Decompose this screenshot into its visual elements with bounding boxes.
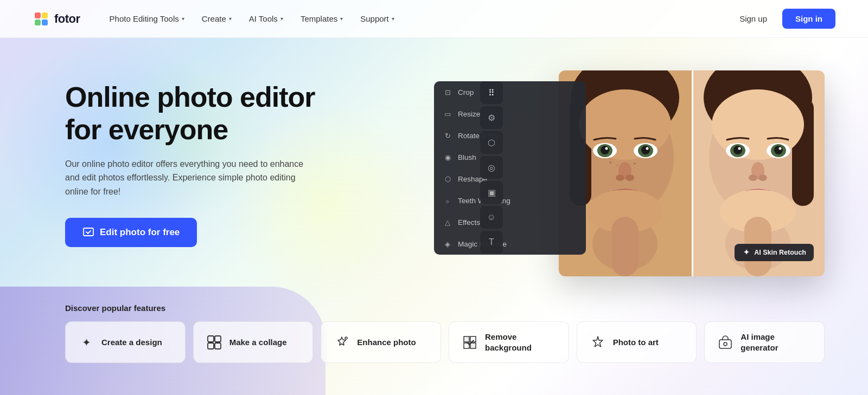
features-title: Discover popular features <box>65 303 825 313</box>
menu-reshape[interactable]: ⬡ Reshape <box>434 168 586 190</box>
svg-rect-52 <box>464 336 469 342</box>
resize-icon: ▭ <box>443 109 452 119</box>
svg-point-22 <box>609 161 611 164</box>
menu-rotate[interactable]: ↻ Rotate & Flip <box>434 125 586 146</box>
menu-crop[interactable]: ⊡ Crop <box>434 81 586 103</box>
ai-skin-retouch-badge: AI Skin Retouch <box>735 244 814 261</box>
sidebar-grid-icon[interactable]: ⠿ <box>480 81 503 104</box>
feature-ai-image-generator[interactable]: AI image generator <box>704 321 825 363</box>
chevron-down-icon: ▾ <box>182 16 184 22</box>
svg-point-20 <box>616 174 624 181</box>
ai-generator-icon <box>717 334 734 351</box>
sidebar-eye-icon[interactable]: ◎ <box>480 156 503 179</box>
photo-preview: AI Skin Retouch <box>559 70 825 276</box>
create-design-icon: ✦ <box>78 334 95 351</box>
chevron-down-icon: ▾ <box>229 16 232 22</box>
enhance-photo-icon <box>333 334 350 351</box>
editor-sidebar-icons: ⠿ ⚙ ⬡ ◎ ▣ ☺ T <box>480 81 503 254</box>
nav-templates[interactable]: Templates ▾ <box>293 10 350 28</box>
effects-icon: △ <box>443 217 452 227</box>
nav-photo-editing[interactable]: Photo Editing Tools ▾ <box>102 10 192 28</box>
nav-support[interactable]: Support ▾ <box>353 10 402 28</box>
svg-point-23 <box>617 165 618 166</box>
ai-sparkle-icon <box>742 248 751 257</box>
svg-point-14 <box>605 147 608 150</box>
magic-remove-icon: ◈ <box>443 239 452 249</box>
menu-teeth[interactable]: ⬦ Teeth Whitening <box>434 190 586 211</box>
remove-bg-icon <box>461 334 478 351</box>
sidebar-frame-icon[interactable]: ▣ <box>480 181 503 204</box>
feature-enhance-photo[interactable]: Enhance photo <box>321 321 441 363</box>
rotate-icon: ↻ <box>443 131 452 140</box>
logo-label: fotor <box>54 12 80 26</box>
edit-icon <box>82 226 94 238</box>
svg-point-13 <box>601 146 609 154</box>
svg-point-18 <box>646 147 649 150</box>
svg-point-36 <box>738 147 741 150</box>
svg-rect-1 <box>35 12 41 18</box>
chevron-down-icon: ▾ <box>340 16 343 22</box>
make-collage-icon <box>206 334 223 351</box>
header-actions: Sign up Sign in <box>733 9 835 29</box>
sidebar-flask-icon[interactable]: ⬡ <box>480 131 503 154</box>
signin-button[interactable]: Sign in <box>782 9 835 29</box>
menu-magic-remove[interactable]: ◈ Magic Remove <box>434 233 586 255</box>
svg-rect-27 <box>611 217 639 276</box>
hero-title: Online photo editor for everyone <box>65 81 347 146</box>
svg-point-42 <box>749 174 757 181</box>
nav-ai-tools[interactable]: AI Tools ▾ <box>241 10 291 28</box>
photo-to-art-icon <box>589 334 607 351</box>
hero-image-panel: ⠿ ⚙ ⬡ ◎ ▣ ☺ T ⊡ Crop ▭ Resize ↻ Rotate &… <box>510 70 825 287</box>
signup-button[interactable]: Sign up <box>733 10 774 28</box>
chevron-down-icon: ▾ <box>280 16 283 22</box>
logo[interactable]: fotor <box>33 10 80 28</box>
sidebar-face-icon[interactable]: ☺ <box>480 206 503 229</box>
edit-photo-button[interactable]: Edit photo for free <box>65 218 197 247</box>
blush-icon: ◉ <box>443 152 452 162</box>
reshape-icon: ⬡ <box>443 174 452 184</box>
svg-rect-2 <box>42 12 48 18</box>
editor-menu-panel: ⊡ Crop ▭ Resize ↻ Rotate & Flip ◉ Blush … <box>434 81 586 255</box>
features-grid: ✦ Create a design Make a collage <box>65 321 825 363</box>
svg-point-51 <box>345 337 347 339</box>
teeth-icon: ⬦ <box>443 196 452 205</box>
svg-point-24 <box>634 163 636 165</box>
nav-create[interactable]: Create ▾ <box>194 10 239 28</box>
feature-create-design[interactable]: ✦ Create a design <box>65 321 186 363</box>
crop-icon: ⊡ <box>443 87 452 97</box>
svg-point-17 <box>641 146 650 154</box>
svg-rect-4 <box>42 20 48 25</box>
svg-rect-0 <box>33 10 50 28</box>
svg-point-40 <box>779 147 782 150</box>
svg-point-35 <box>733 146 742 154</box>
hero-subtitle: Our online photo editor offers everythin… <box>65 157 315 199</box>
feature-photo-to-art[interactable]: Photo to art <box>577 321 697 363</box>
svg-rect-55 <box>470 343 476 348</box>
svg-rect-57 <box>719 340 731 348</box>
svg-rect-50 <box>215 343 221 349</box>
sidebar-text-icon[interactable]: T <box>480 231 503 254</box>
svg-rect-49 <box>208 343 214 349</box>
before-after-divider <box>692 70 693 276</box>
menu-resize[interactable]: ▭ Resize <box>434 103 586 125</box>
svg-marker-56 <box>593 336 603 347</box>
menu-effects[interactable]: △ Effects <box>434 211 586 233</box>
menu-blush[interactable]: ◉ Blush <box>434 146 586 168</box>
hero-section: Online photo editor for everyone Our onl… <box>0 38 868 287</box>
header: fotor Photo Editing Tools ▾ Create ▾ AI … <box>0 0 868 38</box>
main-nav: Photo Editing Tools ▾ Create ▾ AI Tools … <box>102 10 733 28</box>
sidebar-sliders-icon[interactable]: ⚙ <box>480 106 503 129</box>
svg-point-58 <box>724 342 727 346</box>
svg-rect-47 <box>208 336 214 342</box>
svg-point-21 <box>626 174 634 181</box>
chevron-down-icon: ▾ <box>392 16 394 22</box>
hero-content: Online photo editor for everyone Our onl… <box>65 70 347 247</box>
svg-point-39 <box>774 146 783 154</box>
svg-point-43 <box>758 174 767 181</box>
features-section: Discover popular features ✦ Create a des… <box>0 287 868 363</box>
svg-rect-48 <box>215 336 221 342</box>
svg-rect-5 <box>84 228 93 236</box>
svg-rect-3 <box>35 20 41 25</box>
feature-remove-background[interactable]: Remove background <box>449 321 569 363</box>
feature-make-collage[interactable]: Make a collage <box>193 321 314 363</box>
